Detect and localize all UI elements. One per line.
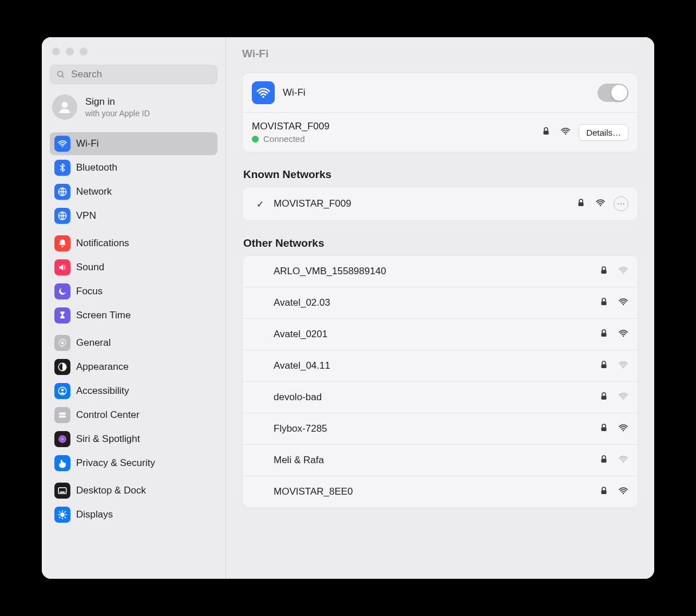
lock-icon [576,198,586,210]
sidebar-item-control-center[interactable]: Control Center [50,404,217,427]
wifi-signal-icon [618,422,628,435]
display-icon [54,507,70,523]
svg-point-0 [58,72,63,77]
sidebar-item-privacy-security[interactable]: Privacy & Security [50,452,217,475]
search-field[interactable] [50,65,217,84]
network-name: Meli & Rafa [274,455,324,466]
zoom-dot[interactable] [80,48,88,56]
checkmark-icon: ✓ [254,199,266,210]
hourglass-icon [54,307,70,323]
sidebar-item-notifications[interactable]: Notifications [50,232,217,255]
sidebar-item-label: Network [76,186,112,198]
sidebar-item-accessibility[interactable]: Accessibility [50,380,217,402]
switches-icon [54,407,70,423]
wifi-label: Wi-Fi [283,87,306,98]
sidebar-item-label: Notifications [76,238,129,249]
other-network-row[interactable]: Flybox-7285 [243,413,638,444]
other-network-row[interactable]: devolo-bad [243,381,638,413]
gear-icon [54,335,70,351]
details-button[interactable]: Details… [579,124,628,141]
sidebar-item-label: Privacy & Security [76,457,155,469]
sidebar-item-general[interactable]: General [50,331,217,354]
dock-icon [54,483,70,499]
sidebar-item-screen-time[interactable]: Screen Time [50,304,217,327]
connected-network-name: MOVISTAR_F009 [252,121,533,132]
known-networks-title: Known Networks [243,168,638,181]
bell-icon [54,235,70,251]
moon-icon [54,283,70,299]
sidebar-item-appearance[interactable]: Appearance [50,356,217,378]
wifi-status-card: Wi-Fi MOVISTAR_F009 Connected Details… [242,73,638,152]
sign-in-label: Sign in [85,96,150,108]
lock-icon [599,265,609,278]
titlebar: Wi-Fi [226,37,654,64]
search-icon [56,69,65,80]
sidebar-item-label: VPN [76,210,96,222]
known-network-row[interactable]: ✓ MOVISTAR_F009 ⋯ [243,187,638,220]
sidebar-item-label: Control Center [76,409,140,421]
other-network-row[interactable]: Avatel_0201 [243,318,638,350]
sign-in-subtitle: with your Apple ID [85,109,150,118]
wifi-signal-icon [618,328,628,341]
main-panel: Wi-Fi Wi-Fi MOVISTAR_F009 [226,37,654,579]
network-name: Avatel_0201 [274,329,327,340]
sidebar-item-network[interactable]: Network [50,180,217,203]
sidebar-item-sound[interactable]: Sound [50,256,217,279]
lock-icon [599,328,609,341]
wifi-signal-icon [618,265,628,278]
network-name: ARLO_VMB_1558989140 [274,266,386,277]
sidebar-item-bluetooth[interactable]: Bluetooth [50,156,217,179]
wifi-signal-icon [595,198,606,210]
lock-icon [599,297,609,309]
wifi-icon [54,136,70,152]
globe-icon [54,208,70,224]
speaker-icon [54,259,70,275]
sidebar-item-vpn[interactable]: VPN [50,204,217,227]
person-icon [54,383,70,399]
sidebar-item-desktop-dock[interactable]: Desktop & Dock [50,479,217,502]
network-name: Avatel_02.03 [274,297,330,309]
sidebar-item-focus[interactable]: Focus [50,280,217,303]
close-dot[interactable] [52,48,60,56]
account-row[interactable]: Sign in with your Apple ID [50,84,217,128]
sidebar-item-label: Accessibility [76,385,129,397]
network-name: Flybox-7285 [274,423,327,435]
other-networks-list: ARLO_VMB_1558989140 Avatel_02.03 Avatel_… [242,255,638,508]
sidebar-item-label: Displays [76,509,113,520]
sidebar-item-label: Screen Time [76,310,130,321]
lock-icon [599,454,609,467]
svg-point-2 [62,102,68,108]
sidebar-item-siri-spotlight[interactable]: Siri & Spotlight [50,428,217,451]
other-network-row[interactable]: MOVISTAR_8EE0 [243,476,638,507]
siri-icon [54,431,70,447]
page-title: Wi-Fi [242,48,638,60]
window-controls [50,44,217,65]
lock-icon [541,126,551,139]
sidebar-item-wi-fi[interactable]: Wi-Fi [50,132,217,155]
settings-window: Sign in with your Apple ID Wi-FiBluetoot… [42,37,654,579]
other-network-row[interactable]: Meli & Rafa [243,444,638,476]
other-network-row[interactable]: Avatel_02.03 [243,287,638,318]
svg-line-1 [62,76,64,77]
avatar [52,94,77,120]
search-input[interactable] [70,68,211,81]
other-network-row[interactable]: Avatel_04.11 [243,350,638,381]
sidebar-item-label: Sound [76,262,104,273]
wifi-toggle[interactable] [598,84,628,102]
minimize-dot[interactable] [66,48,74,56]
lock-icon [599,485,609,498]
known-networks-list: ✓ MOVISTAR_F009 ⋯ [242,187,638,221]
wifi-icon [252,81,275,104]
lock-icon [599,360,609,372]
other-network-row[interactable]: ARLO_VMB_1558989140 [243,256,638,287]
sidebar-item-displays[interactable]: Displays [50,503,217,526]
wifi-toggle-row: Wi-Fi [243,73,638,112]
wifi-signal-icon [618,454,628,467]
network-name: Avatel_04.11 [274,360,330,372]
sidebar-item-label: Desktop & Dock [76,485,146,496]
contrast-icon [54,359,70,375]
more-options-button[interactable]: ⋯ [614,196,628,211]
sidebar-item-label: Bluetooth [76,162,117,173]
sidebar-item-label: General [76,337,110,349]
wifi-signal-icon [560,126,571,139]
